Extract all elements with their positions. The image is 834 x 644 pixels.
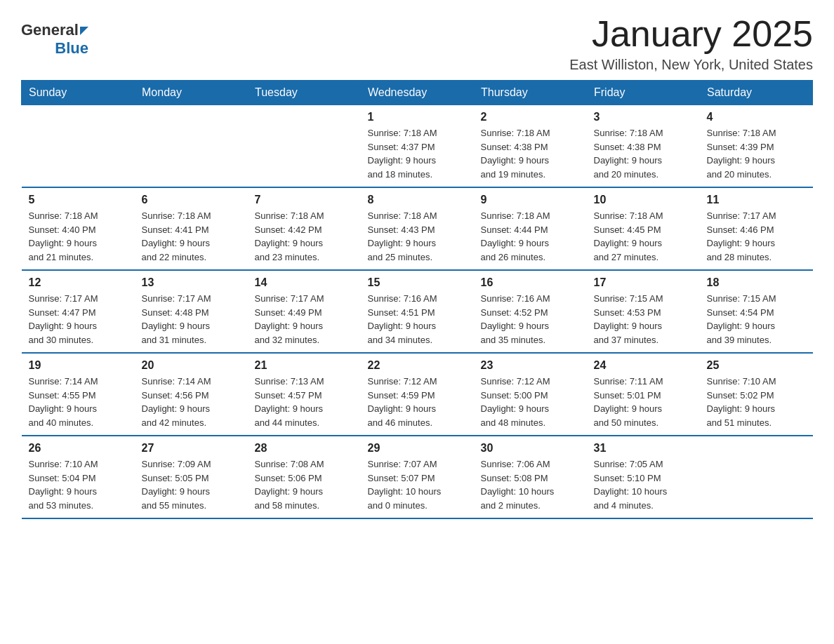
calendar-dow-header: Monday xyxy=(135,81,248,105)
calendar-day-cell xyxy=(135,105,248,188)
day-info: Sunrise: 7:13 AM Sunset: 4:57 PM Dayligh… xyxy=(255,375,354,429)
calendar-day-cell: 11Sunrise: 7:17 AM Sunset: 4:46 PM Dayli… xyxy=(700,187,813,270)
calendar-day-cell xyxy=(248,105,361,188)
calendar-day-cell: 31Sunrise: 7:05 AM Sunset: 5:10 PM Dayli… xyxy=(587,436,700,518)
day-info: Sunrise: 7:14 AM Sunset: 4:55 PM Dayligh… xyxy=(29,375,128,429)
day-number: 18 xyxy=(707,276,806,289)
day-info: Sunrise: 7:18 AM Sunset: 4:43 PM Dayligh… xyxy=(368,209,467,264)
day-info: Sunrise: 7:18 AM Sunset: 4:41 PM Dayligh… xyxy=(142,209,241,264)
day-number: 30 xyxy=(481,442,580,455)
day-info: Sunrise: 7:05 AM Sunset: 5:10 PM Dayligh… xyxy=(594,457,693,512)
day-info: Sunrise: 7:18 AM Sunset: 4:40 PM Dayligh… xyxy=(29,209,128,264)
day-info: Sunrise: 7:16 AM Sunset: 4:51 PM Dayligh… xyxy=(368,292,467,347)
day-info: Sunrise: 7:06 AM Sunset: 5:08 PM Dayligh… xyxy=(481,457,580,512)
logo: General Blue xyxy=(21,21,88,58)
calendar-week-row: 26Sunrise: 7:10 AM Sunset: 5:04 PM Dayli… xyxy=(22,436,813,518)
calendar-day-cell: 19Sunrise: 7:14 AM Sunset: 4:55 PM Dayli… xyxy=(22,353,135,436)
day-info: Sunrise: 7:17 AM Sunset: 4:48 PM Dayligh… xyxy=(142,292,241,347)
day-info: Sunrise: 7:15 AM Sunset: 4:54 PM Dayligh… xyxy=(707,292,806,347)
calendar-day-cell: 17Sunrise: 7:15 AM Sunset: 4:53 PM Dayli… xyxy=(587,270,700,353)
day-number: 9 xyxy=(481,194,580,206)
day-info: Sunrise: 7:18 AM Sunset: 4:45 PM Dayligh… xyxy=(594,209,693,264)
day-info: Sunrise: 7:09 AM Sunset: 5:05 PM Dayligh… xyxy=(142,457,241,512)
day-number: 26 xyxy=(29,442,128,455)
calendar-dow-header: Wednesday xyxy=(361,81,474,105)
calendar-day-cell: 15Sunrise: 7:16 AM Sunset: 4:51 PM Dayli… xyxy=(361,270,474,353)
calendar-day-cell: 1Sunrise: 7:18 AM Sunset: 4:37 PM Daylig… xyxy=(361,105,474,188)
calendar-day-cell: 12Sunrise: 7:17 AM Sunset: 4:47 PM Dayli… xyxy=(22,270,135,353)
calendar-day-cell: 2Sunrise: 7:18 AM Sunset: 4:38 PM Daylig… xyxy=(474,105,587,188)
day-number: 23 xyxy=(481,359,580,372)
day-number: 1 xyxy=(368,111,467,123)
day-info: Sunrise: 7:17 AM Sunset: 4:46 PM Dayligh… xyxy=(707,209,806,264)
day-number: 29 xyxy=(368,442,467,455)
day-info: Sunrise: 7:17 AM Sunset: 4:47 PM Dayligh… xyxy=(29,292,128,347)
day-info: Sunrise: 7:10 AM Sunset: 5:04 PM Dayligh… xyxy=(29,457,128,512)
header: General Blue January 2025 East Williston… xyxy=(21,14,813,73)
calendar-week-row: 1Sunrise: 7:18 AM Sunset: 4:37 PM Daylig… xyxy=(22,105,813,188)
calendar-day-cell: 4Sunrise: 7:18 AM Sunset: 4:39 PM Daylig… xyxy=(700,105,813,188)
calendar-day-cell: 8Sunrise: 7:18 AM Sunset: 4:43 PM Daylig… xyxy=(361,187,474,270)
day-number: 25 xyxy=(707,359,806,372)
day-info: Sunrise: 7:16 AM Sunset: 4:52 PM Dayligh… xyxy=(481,292,580,347)
calendar-day-cell: 21Sunrise: 7:13 AM Sunset: 4:57 PM Dayli… xyxy=(248,353,361,436)
calendar-day-cell: 27Sunrise: 7:09 AM Sunset: 5:05 PM Dayli… xyxy=(135,436,248,518)
day-number: 5 xyxy=(29,194,128,206)
day-info: Sunrise: 7:18 AM Sunset: 4:37 PM Dayligh… xyxy=(368,126,467,181)
day-number: 2 xyxy=(481,111,580,123)
calendar-day-cell: 14Sunrise: 7:17 AM Sunset: 4:49 PM Dayli… xyxy=(248,270,361,353)
day-number: 28 xyxy=(255,442,354,455)
day-info: Sunrise: 7:18 AM Sunset: 4:44 PM Dayligh… xyxy=(481,209,580,264)
day-info: Sunrise: 7:07 AM Sunset: 5:07 PM Dayligh… xyxy=(368,457,467,512)
day-number: 7 xyxy=(255,194,354,206)
calendar-header-row: SundayMondayTuesdayWednesdayThursdayFrid… xyxy=(22,81,813,105)
day-number: 13 xyxy=(142,276,241,289)
calendar-day-cell: 28Sunrise: 7:08 AM Sunset: 5:06 PM Dayli… xyxy=(248,436,361,518)
calendar-day-cell: 6Sunrise: 7:18 AM Sunset: 4:41 PM Daylig… xyxy=(135,187,248,270)
calendar-week-row: 5Sunrise: 7:18 AM Sunset: 4:40 PM Daylig… xyxy=(22,187,813,270)
calendar-dow-header: Thursday xyxy=(474,81,587,105)
logo-icon: General Blue xyxy=(21,21,88,58)
calendar-week-row: 12Sunrise: 7:17 AM Sunset: 4:47 PM Dayli… xyxy=(22,270,813,353)
day-info: Sunrise: 7:17 AM Sunset: 4:49 PM Dayligh… xyxy=(255,292,354,347)
calendar-dow-header: Friday xyxy=(587,81,700,105)
calendar-day-cell: 23Sunrise: 7:12 AM Sunset: 5:00 PM Dayli… xyxy=(474,353,587,436)
day-number: 17 xyxy=(594,276,693,289)
calendar-day-cell: 7Sunrise: 7:18 AM Sunset: 4:42 PM Daylig… xyxy=(248,187,361,270)
logo-general-text: General xyxy=(21,21,79,39)
day-number: 15 xyxy=(368,276,467,289)
logo-blue-text: Blue xyxy=(55,39,88,58)
day-number: 24 xyxy=(594,359,693,372)
calendar-day-cell: 3Sunrise: 7:18 AM Sunset: 4:38 PM Daylig… xyxy=(587,105,700,188)
day-number: 31 xyxy=(594,442,693,455)
calendar-day-cell: 22Sunrise: 7:12 AM Sunset: 4:59 PM Dayli… xyxy=(361,353,474,436)
day-number: 21 xyxy=(255,359,354,372)
day-number: 4 xyxy=(707,111,806,123)
day-info: Sunrise: 7:11 AM Sunset: 5:01 PM Dayligh… xyxy=(594,375,693,429)
day-info: Sunrise: 7:08 AM Sunset: 5:06 PM Dayligh… xyxy=(255,457,354,512)
calendar-day-cell: 26Sunrise: 7:10 AM Sunset: 5:04 PM Dayli… xyxy=(22,436,135,518)
calendar-day-cell: 16Sunrise: 7:16 AM Sunset: 4:52 PM Dayli… xyxy=(474,270,587,353)
calendar-day-cell: 29Sunrise: 7:07 AM Sunset: 5:07 PM Dayli… xyxy=(361,436,474,518)
day-info: Sunrise: 7:14 AM Sunset: 4:56 PM Dayligh… xyxy=(142,375,241,429)
day-number: 11 xyxy=(707,194,806,206)
calendar-day-cell: 30Sunrise: 7:06 AM Sunset: 5:08 PM Dayli… xyxy=(474,436,587,518)
calendar-day-cell: 9Sunrise: 7:18 AM Sunset: 4:44 PM Daylig… xyxy=(474,187,587,270)
calendar-table: SundayMondayTuesdayWednesdayThursdayFrid… xyxy=(21,80,813,519)
day-info: Sunrise: 7:12 AM Sunset: 4:59 PM Dayligh… xyxy=(368,375,467,429)
calendar-subtitle: East Williston, New York, United States xyxy=(569,57,813,73)
day-number: 8 xyxy=(368,194,467,206)
calendar-day-cell: 5Sunrise: 7:18 AM Sunset: 4:40 PM Daylig… xyxy=(22,187,135,270)
day-info: Sunrise: 7:18 AM Sunset: 4:38 PM Dayligh… xyxy=(594,126,693,181)
day-number: 19 xyxy=(29,359,128,372)
day-number: 6 xyxy=(142,194,241,206)
day-number: 16 xyxy=(481,276,580,289)
calendar-dow-header: Sunday xyxy=(22,81,135,105)
day-number: 12 xyxy=(29,276,128,289)
calendar-day-cell: 13Sunrise: 7:17 AM Sunset: 4:48 PM Dayli… xyxy=(135,270,248,353)
day-info: Sunrise: 7:12 AM Sunset: 5:00 PM Dayligh… xyxy=(481,375,580,429)
day-info: Sunrise: 7:18 AM Sunset: 4:38 PM Dayligh… xyxy=(481,126,580,181)
day-number: 22 xyxy=(368,359,467,372)
day-number: 14 xyxy=(255,276,354,289)
calendar-title: January 2025 xyxy=(569,14,813,54)
